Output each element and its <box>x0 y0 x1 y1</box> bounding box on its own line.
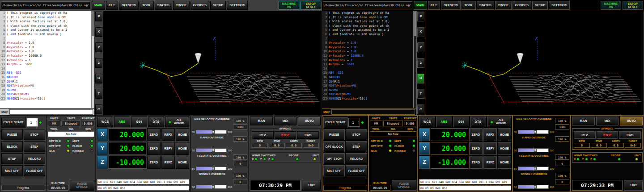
view-button[interactable]: X <box>95 27 102 37</box>
scrollbar-thumb[interactable] <box>414 11 416 36</box>
view-button[interactable]: X <box>417 27 424 37</box>
mdi-input[interactable] <box>9 109 93 115</box>
run-control-button[interactable]: OPT STOP <box>323 153 345 164</box>
cycle-start-button[interactable]: CYCLE START <box>323 117 347 128</box>
spindle-button[interactable]: STOP <box>275 131 297 139</box>
tab-button[interactable]: SETUP <box>532 1 548 10</box>
gremlin-3d-preview[interactable] <box>425 11 644 115</box>
exit-button[interactable]: EXIT <box>302 180 321 191</box>
tab-button[interactable]: TOOL <box>462 1 475 10</box>
home-button[interactable]: HOME <box>176 142 189 155</box>
override-slider[interactable] <box>518 148 549 152</box>
slider-handle[interactable] <box>534 185 537 188</box>
zero-button[interactable]: ZERO <box>147 142 161 155</box>
dro-mode-button[interactable]: G54 <box>131 117 147 127</box>
tab-button[interactable]: SETUP <box>210 1 226 10</box>
view-button[interactable]: P <box>95 12 102 21</box>
zero-button[interactable]: ZERO <box>147 128 161 141</box>
spindle-button[interactable]: REV <box>574 131 596 139</box>
view-button[interactable]: D <box>95 74 102 83</box>
dro-mode-button[interactable]: WCS <box>97 117 113 127</box>
tab-button[interactable]: FILE <box>428 1 440 10</box>
run-control-button[interactable]: MIST OFF <box>1 165 23 176</box>
slider-handle[interactable] <box>212 167 215 170</box>
tab-button[interactable]: STATUS <box>477 1 494 10</box>
spinbox-arrows[interactable]: ▲ ▼ <box>35 121 38 125</box>
ref-button[interactable]: REFX <box>483 128 497 141</box>
pause-spindle-button[interactable]: PAUSE SPINDLE <box>392 180 416 191</box>
axis-letter-button[interactable]: Z <box>97 156 108 169</box>
tab-button[interactable]: MAIN <box>414 1 427 10</box>
ref-button[interactable]: REFZ <box>483 156 497 169</box>
run-control-button[interactable]: OPT BLOCK <box>323 141 345 152</box>
tab-button[interactable]: GCODES <box>513 1 531 10</box>
gcode-listing[interactable]: 1 ( This program is copyright of Ra 2 ( … <box>322 11 413 108</box>
mode-button[interactable]: AUTO <box>298 117 321 125</box>
zero-button[interactable]: ZERO <box>147 156 161 169</box>
override-slider[interactable] <box>518 167 549 171</box>
estop-reset-button[interactable]: ESTOP RESET <box>623 1 643 10</box>
run-control-button[interactable]: BLOCK <box>1 141 23 152</box>
mode-button[interactable]: MAN <box>250 117 273 125</box>
estop-reset-button[interactable]: ESTOP RESET <box>301 1 321 10</box>
run-control-button[interactable]: STEP <box>24 141 45 152</box>
spindle-button[interactable]: FWD <box>619 131 641 139</box>
spinbox-arrows[interactable]: ▲ ▼ <box>357 121 360 125</box>
pause-spindle-button[interactable]: PAUSE SPINDLE <box>70 180 94 191</box>
ref-button[interactable]: REFX <box>161 128 175 141</box>
ref-button[interactable]: REFY <box>161 142 175 155</box>
tab-button[interactable]: TOOL <box>140 1 153 10</box>
tab-button[interactable]: PROBE <box>173 1 190 10</box>
spindle-button[interactable]: REV <box>252 131 274 139</box>
run-control-button[interactable]: FLOOD OFF <box>346 165 367 176</box>
override-slider[interactable] <box>196 148 227 152</box>
axis-letter-button[interactable]: X <box>419 128 430 141</box>
axis-letter-button[interactable]: Y <box>97 142 108 155</box>
tab-button[interactable]: SETTINGS <box>227 1 248 10</box>
home-button[interactable]: HOME <box>498 128 511 141</box>
home-button[interactable]: HOME <box>498 156 511 169</box>
gcode-scrollbar[interactable] <box>413 11 416 108</box>
run-control-button[interactable]: PAUSE <box>1 129 23 140</box>
all-homed-button[interactable]: ALL HOMED <box>487 117 511 127</box>
mode-button[interactable]: MDI <box>596 117 619 125</box>
view-button[interactable]: T <box>95 89 102 99</box>
view-button[interactable]: Y <box>95 42 102 52</box>
slider-handle[interactable] <box>534 149 537 152</box>
run-control-button[interactable]: RELOAD <box>346 153 367 164</box>
run-control-button[interactable]: STOP <box>1 153 23 164</box>
dro-mode-button[interactable]: ABS <box>436 117 452 127</box>
tab-button[interactable]: PROBE <box>495 1 512 10</box>
axis-letter-button[interactable]: Y <box>419 142 430 155</box>
spin-down-icon[interactable]: ▼ <box>35 122 37 125</box>
axis-letter-button[interactable]: Z <box>419 156 430 169</box>
run-control-button[interactable]: STEP <box>346 141 367 152</box>
tab-button[interactable]: FILE <box>106 1 118 10</box>
run-control-button[interactable]: STOP <box>24 129 45 140</box>
mode-button[interactable]: MAN <box>572 117 595 125</box>
spin-down-icon[interactable]: ▼ <box>357 122 359 125</box>
mode-button[interactable]: AUTO <box>620 117 643 125</box>
view-button[interactable]: T <box>417 89 424 99</box>
zero-button[interactable]: ZERO <box>469 128 483 141</box>
tab-button[interactable]: OFFSETS <box>441 1 461 10</box>
mdi-input[interactable] <box>331 109 415 115</box>
home-button[interactable]: HOME <box>176 156 189 169</box>
run-control-button[interactable]: MIST OFF <box>323 165 345 176</box>
view-button[interactable]: C <box>417 104 424 114</box>
file-path-entry[interactable]: /home/chris/linuxcnc/nc_files/examples/3… <box>323 1 412 9</box>
zero-button[interactable]: ZERO <box>469 142 483 155</box>
dro-mode-button[interactable]: DTG <box>470 117 486 127</box>
gcode-listing[interactable]: 1 ( This program is copyright of Ra 2 ( … <box>0 11 91 108</box>
home-button[interactable]: HOME <box>176 128 189 141</box>
cycle-count-spinbox[interactable]: 1 ▲ ▼ <box>348 118 360 127</box>
cycle-count-spinbox[interactable]: 1 ▲ ▼ <box>26 118 38 127</box>
view-button[interactable]: C <box>95 104 102 114</box>
tab-button[interactable]: STATUS <box>155 1 172 10</box>
view-button[interactable]: D <box>417 74 424 83</box>
gcode-scrollbar[interactable] <box>91 11 94 108</box>
override-slider[interactable] <box>518 130 549 134</box>
ref-button[interactable]: REFZ <box>161 156 175 169</box>
home-button[interactable]: HOME <box>498 142 511 155</box>
slider-handle[interactable] <box>212 149 215 152</box>
